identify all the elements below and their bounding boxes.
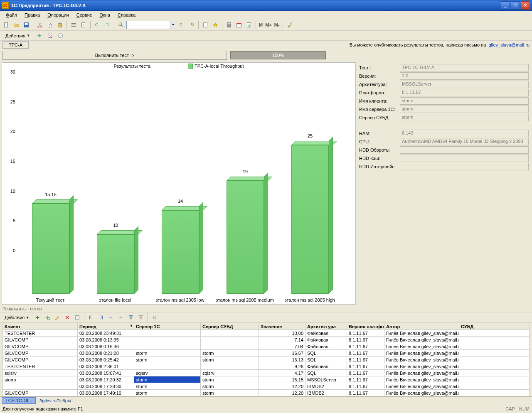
calc-icon[interactable] [224, 20, 234, 30]
cell: Файловая [305, 363, 347, 370]
move-left-icon[interactable] [86, 313, 96, 322]
table-row[interactable]: 03.08.2008 17:28:30stormstorm12,20IBMDB2… [3, 383, 530, 390]
cell: Гилёв Вячеслав gilev_slava@mail.ru [384, 337, 459, 343]
table-row[interactable]: storm03.08.2008 17:20:32stormstorm15,15M… [3, 376, 530, 383]
minimize-button[interactable]: _ [501, 1, 510, 10]
menu-Окна[interactable]: Окна [96, 12, 113, 18]
cell: 03.08.2008 0:13:35 [78, 337, 134, 343]
col-header[interactable]: Сервер 1С [134, 323, 201, 330]
new-doc-icon[interactable] [2, 20, 11, 30]
tools-icon[interactable] [285, 20, 294, 30]
table-row[interactable]: sqlsrv03.08.2008 15:07:41sqlsrvsqlsrv4,1… [3, 370, 530, 376]
m-label[interactable]: M [258, 22, 264, 27]
table-row[interactable]: GILVCOMP03.08.2008 0:16:367,04Файловая8.… [3, 343, 530, 350]
actions-button-results[interactable]: Действия▼ [2, 314, 32, 321]
config-icon[interactable] [45, 31, 54, 40]
edit-icon[interactable] [53, 313, 62, 322]
maximize-button[interactable]: □ [511, 1, 520, 10]
redo-icon[interactable] [103, 20, 112, 30]
m-plus-label[interactable]: M+ [264, 22, 273, 27]
info-value[interactable]: TPC-1C-GILV-A [400, 64, 529, 71]
find-icon[interactable] [116, 20, 126, 30]
close-button[interactable]: × [521, 1, 530, 10]
filter-icon[interactable] [126, 313, 135, 322]
undo-icon[interactable] [93, 20, 102, 30]
table-row[interactable]: GILVCOMP03.08.2008 0:25:42stormstorm16,1… [3, 356, 530, 363]
go-icon[interactable] [34, 31, 44, 40]
sort-desc-icon[interactable] [116, 313, 126, 322]
save-icon[interactable] [22, 20, 31, 30]
clipboard-icon[interactable] [201, 20, 210, 30]
star-icon[interactable] [211, 20, 220, 30]
mark-icon[interactable] [73, 313, 82, 322]
info-value[interactable] [400, 146, 529, 154]
filter-off-icon[interactable] [136, 313, 145, 322]
refresh-icon[interactable] [150, 313, 159, 322]
info-value[interactable]: storm [400, 97, 529, 105]
col-header[interactable]: Клиент [3, 323, 78, 330]
tab-tpc-a[interactable]: TPC-A [2, 41, 29, 49]
m-minus-label[interactable]: M- [273, 22, 281, 27]
table-row[interactable]: GILVCOMP03.08.2008 0:21:28stormstorm16,6… [3, 350, 530, 356]
add-copy-icon[interactable] [43, 313, 52, 322]
menu-Справка[interactable]: Справка [114, 12, 139, 18]
run-test-button[interactable]: Выполнить тест -> [2, 51, 227, 60]
cell [3, 383, 78, 390]
table-row[interactable]: TESTCENTER02.08.2008 23:49:3110,00Файлов… [3, 330, 530, 337]
cut-icon[interactable] [35, 20, 44, 30]
menu-Сервис[interactable]: Сервис [73, 12, 96, 18]
open-icon[interactable] [12, 20, 21, 30]
cell: storm [201, 350, 259, 356]
info-value[interactable]: 6.143 [400, 130, 529, 137]
info-value[interactable]: storm [400, 114, 529, 121]
col-header[interactable]: Сервер СУБД [201, 323, 259, 330]
find-prev-icon[interactable] [177, 20, 186, 30]
col-header[interactable]: Значение [259, 323, 305, 330]
y-tick: 30 [5, 69, 15, 74]
info-value[interactable]: MSSQLServer [400, 81, 529, 88]
copy-icon[interactable] [45, 20, 54, 30]
col-header[interactable]: Архитектура [305, 323, 347, 330]
table-row[interactable]: GILVCOMP03.08.2008 0:13:357,14Файловая8.… [3, 337, 530, 343]
docstar-icon[interactable] [79, 20, 88, 30]
info-value[interactable] [400, 155, 529, 162]
search-combo[interactable]: ▼ [126, 21, 176, 29]
info-value[interactable]: 1.0 [400, 72, 529, 80]
find-next-icon[interactable] [187, 20, 196, 30]
info-row: Имя сервера 1С:storm [359, 106, 529, 113]
info-value[interactable]: storm [400, 106, 529, 113]
cell: Гилёв Вячеслав gilev_slava@mail.ru [384, 370, 459, 376]
menu-Операции[interactable]: Операции [44, 12, 72, 18]
cell: storm [3, 376, 78, 383]
report-icon[interactable] [244, 20, 254, 30]
sort-asc-icon[interactable] [106, 313, 116, 322]
menu-Файл[interactable]: Файл [2, 12, 20, 18]
col-header[interactable]: Период▼ [78, 323, 134, 330]
table-row[interactable]: GILVCOMP03.08.2008 17:49:10stormstorm12,… [3, 390, 530, 396]
actions-button-top[interactable]: Действия▼ [2, 32, 33, 39]
paste-icon[interactable] [55, 20, 64, 30]
info-value[interactable] [400, 163, 529, 170]
list-icon[interactable] [69, 20, 78, 30]
cell: 03.08.2008 0:25:42 [78, 356, 134, 363]
delete-icon[interactable] [63, 313, 72, 322]
col-header[interactable]: Автор [384, 323, 459, 330]
help-icon[interactable]: ? [56, 31, 65, 40]
info-value[interactable]: AuthenticAMD AMD64 Family 15 Model 33 St… [400, 138, 529, 145]
cell: 03.08.2008 15:07:41 [78, 370, 134, 376]
menu-Правка[interactable]: Правка [21, 12, 43, 18]
task-chip[interactable]: TCP-1C-GI... [2, 397, 36, 404]
info-value[interactable]: 8.1.11.67 [400, 89, 529, 96]
cell: TESTCENTER [3, 330, 78, 337]
add-icon[interactable] [33, 313, 42, 322]
move-right-icon[interactable] [96, 313, 106, 322]
col-header[interactable]: Версия платфо... [347, 323, 384, 330]
info-row: RAM:6.143 [359, 130, 529, 137]
calendar-icon[interactable] [234, 20, 244, 30]
publish-email-link[interactable]: gilev_slava@mail.ru [488, 42, 530, 47]
results-table[interactable]: КлиентПериод▼Сервер 1ССервер СУБДЗначени… [2, 323, 530, 396]
svg-text:?: ? [60, 34, 62, 38]
table-row[interactable]: TESTCENTER03.08.2008 2:36:019,26Файловая… [3, 363, 530, 370]
col-header[interactable]: СУБД [459, 323, 530, 330]
cell: 12,20 [259, 390, 305, 396]
